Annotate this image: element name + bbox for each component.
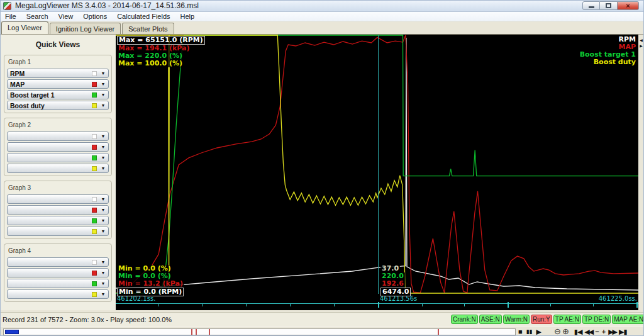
graph3-series2-select[interactable]: ▼ bbox=[7, 205, 109, 215]
quick-views-title: Quick Views bbox=[0, 35, 116, 53]
tab-ignition-log-viewer[interactable]: Ignition Log Viewer bbox=[50, 23, 121, 34]
tab-log-viewer[interactable]: Log Viewer bbox=[1, 21, 48, 34]
graph3-series1-select[interactable]: ▼ bbox=[7, 194, 109, 204]
menu-calculated-fields[interactable]: Calculated Fields bbox=[112, 12, 175, 21]
playback-controls: ■ ▮▮ ▶ ⊖ ⊕ ▮◀ ◀◀ − + ▶▶ ▶▮ bbox=[518, 327, 644, 336]
graph2-series1-select[interactable]: ▼ bbox=[7, 132, 109, 141]
series-color-swatch bbox=[92, 155, 97, 160]
zoom-in-button[interactable]: ⊕ bbox=[562, 327, 569, 336]
min-rpm-label: Min = 0.0 (RPM) bbox=[117, 288, 184, 296]
graph4-series2-select[interactable]: ▼ bbox=[7, 268, 109, 277]
series-color-swatch bbox=[92, 134, 97, 139]
series-color-swatch bbox=[92, 197, 97, 202]
faster-button[interactable]: + bbox=[602, 327, 606, 336]
axis-tick-major bbox=[508, 302, 509, 308]
graph2-series4-select[interactable]: ▼ bbox=[7, 164, 109, 173]
plot-area[interactable] bbox=[116, 35, 638, 294]
chevron-down-icon: ▼ bbox=[100, 134, 106, 138]
overview-marker bbox=[196, 329, 197, 335]
chevron-down-icon: ▼ bbox=[100, 292, 106, 296]
series-color-swatch bbox=[92, 292, 97, 297]
chart-legend: RPM MAP Boost target 1 Boost duty bbox=[580, 36, 636, 66]
axis-tick bbox=[158, 304, 158, 306]
pause-button[interactable]: ▮▮ bbox=[526, 327, 533, 336]
badge-crank: Crank:N bbox=[451, 315, 478, 324]
graph1-series4-select[interactable]: Boost duty▼ bbox=[7, 101, 109, 110]
chevron-down-icon: ▼ bbox=[100, 260, 106, 264]
zoom-out-button[interactable]: ⊖ bbox=[554, 327, 561, 336]
menu-options[interactable]: Options bbox=[78, 12, 112, 21]
menu-view[interactable]: View bbox=[53, 12, 79, 21]
axis-tick bbox=[593, 304, 594, 306]
graph2-series2-select[interactable]: ▼ bbox=[7, 142, 109, 152]
series-color-swatch bbox=[92, 82, 97, 87]
legend-boost-duty: Boost duty bbox=[580, 59, 636, 66]
badge-tp-de: TP DE:N bbox=[582, 315, 611, 324]
chart-series-svg bbox=[116, 35, 638, 294]
max-boost-duty-label: Max = 100.0 (%) bbox=[117, 60, 184, 67]
slower-button[interactable]: − bbox=[595, 327, 599, 336]
graph3-group: Graph 3 ▼ ▼ ▼ ▼ bbox=[4, 181, 112, 239]
overview-view-window[interactable] bbox=[5, 330, 19, 334]
fast-forward-button[interactable]: ▶▶ bbox=[608, 327, 616, 336]
tab-strip: Log Viewer Ignition Log Viewer Scatter P… bbox=[0, 21, 644, 35]
stop-button[interactable]: ■ bbox=[518, 327, 523, 336]
graph3-series3-select[interactable]: ▼ bbox=[7, 216, 109, 225]
graph4-label: Graph 4 bbox=[7, 247, 32, 254]
graph4-group: Graph 4 ▼ ▼ ▼ ▼ bbox=[4, 244, 112, 302]
series-color-swatch bbox=[92, 229, 97, 234]
status-bar: Record 231 of 7572 - Zoom: 3.0x - Play s… bbox=[0, 312, 644, 326]
skip-start-button[interactable]: ▮◀ bbox=[574, 327, 582, 336]
graph4-series4-select[interactable]: ▼ bbox=[7, 289, 109, 299]
min-value-labels: Min = 0.0 (%) Min = 0.0 (%) Min = 13.2 (… bbox=[117, 265, 184, 296]
graph4-series3-select[interactable]: ▼ bbox=[7, 279, 109, 288]
graph3-series4-select[interactable]: ▼ bbox=[7, 227, 109, 236]
window-title: MegaLogViewer MS 3.4.03 - 2014-06-17_14.… bbox=[15, 1, 199, 10]
badge-map-ae: MAP AE:N bbox=[612, 315, 644, 324]
axis-line bbox=[116, 303, 638, 304]
axis-tick bbox=[334, 304, 335, 306]
close-button[interactable]: × bbox=[618, 1, 639, 10]
axis-tick bbox=[464, 304, 465, 306]
axis-tick bbox=[246, 304, 247, 306]
chevron-down-icon: ▼ bbox=[100, 92, 106, 97]
badge-ase: ASE:N bbox=[479, 315, 502, 324]
graph1-series1-select[interactable]: RPM▼ bbox=[7, 69, 109, 78]
rewind-button[interactable]: ◀◀ bbox=[584, 327, 592, 336]
graph1-series3-select[interactable]: Boost target 1▼ bbox=[7, 90, 109, 99]
log-graph[interactable]: Max = 65151.0 (RPM) Max = 194.1 (kPa) Ma… bbox=[116, 35, 638, 310]
scroll-left-icon[interactable]: ◀ bbox=[638, 38, 644, 43]
menu-help[interactable]: Help bbox=[175, 12, 200, 21]
menu-file[interactable]: File bbox=[0, 12, 21, 21]
min-map-label: Min = 13.2 (kPa) bbox=[117, 280, 184, 288]
axis-tick bbox=[202, 304, 203, 306]
graph1-series2-select[interactable]: MAP▼ bbox=[7, 79, 109, 89]
quick-views-panel: Quick Views Graph 1 RPM▼ MAP▼ Boost targ… bbox=[0, 35, 116, 310]
max-rpm-label: Max = 65151.0 (RPM) bbox=[117, 36, 205, 45]
record-status-text: Record 231 of 7572 - Zoom: 3.0x - Play s… bbox=[3, 316, 172, 323]
graph2-series3-select[interactable]: ▼ bbox=[7, 153, 109, 162]
series-boost-duty bbox=[116, 35, 638, 293]
scroll-right-icon[interactable]: ▶ bbox=[638, 43, 644, 49]
overview-marker bbox=[191, 329, 192, 335]
graph1-group: Graph 1 RPM▼ MAP▼ Boost target 1▼ Boost … bbox=[4, 55, 112, 113]
tab-scatter-plots[interactable]: Scatter Plots bbox=[122, 23, 174, 34]
series-color-swatch bbox=[92, 92, 97, 98]
maximize-button[interactable] bbox=[600, 1, 618, 10]
chevron-down-icon: ▼ bbox=[100, 271, 106, 275]
menu-search[interactable]: Search bbox=[21, 12, 53, 21]
log-overview-bar[interactable] bbox=[3, 328, 516, 335]
axis-tick-major bbox=[378, 302, 379, 308]
skip-end-button[interactable]: ▶▮ bbox=[619, 327, 627, 336]
axis-tick bbox=[550, 304, 551, 306]
cursor-map-value: 192.6 bbox=[380, 280, 405, 288]
play-button[interactable]: ▶ bbox=[536, 327, 541, 336]
time-cursor[interactable] bbox=[378, 35, 379, 294]
axis-label-right: 461225.0ss. bbox=[599, 295, 637, 302]
graph2-label: Graph 2 bbox=[7, 121, 32, 128]
max-value-labels: Max = 65151.0 (RPM) Max = 194.1 (kPa) Ma… bbox=[117, 36, 205, 67]
series-map bbox=[116, 35, 638, 293]
graph4-series1-select[interactable]: ▼ bbox=[7, 257, 109, 267]
badge-run: Run:Y bbox=[531, 315, 552, 324]
minimize-button[interactable] bbox=[582, 1, 600, 10]
